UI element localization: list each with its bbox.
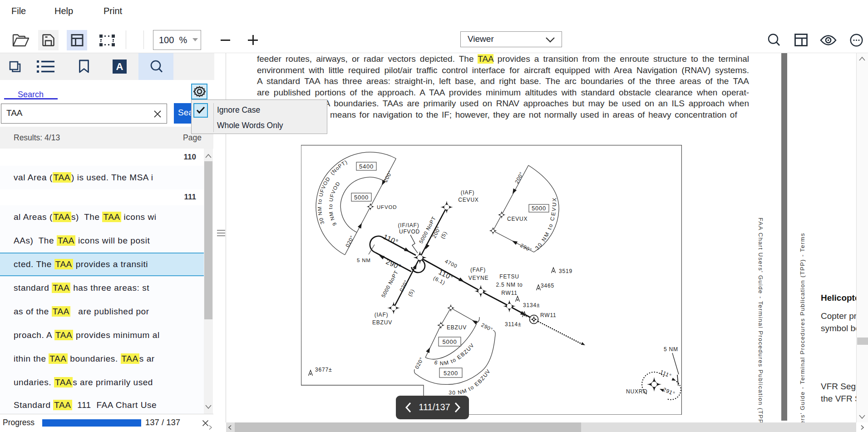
svg-text:(IAF): (IAF) (375, 312, 389, 318)
svg-text:FETSU: FETSU (499, 273, 519, 280)
svg-text:3114±: 3114± (505, 321, 521, 328)
svg-text:200°: 200° (514, 171, 524, 184)
svg-text:EBZUV: EBZUV (372, 319, 392, 326)
svg-text:CEVUX: CEVUX (458, 197, 478, 203)
svg-text:5000: 5000 (532, 205, 546, 212)
svg-text:5200: 5200 (444, 370, 458, 377)
svg-text:3134±: 3134± (523, 302, 540, 308)
svg-text:291°: 291° (662, 386, 676, 397)
svg-text:5 NM: 5 NM (664, 346, 678, 353)
svg-text:(FAF): (FAF) (470, 267, 486, 273)
svg-text:290°: 290° (480, 322, 494, 333)
svg-text:020°: 020° (345, 234, 355, 248)
svg-text:EBZUV: EBZUV (447, 324, 467, 331)
svg-text:VEYNE: VEYNE (469, 275, 489, 281)
svg-text:5000 NoPT: 5000 NoPT (380, 269, 399, 298)
svg-text:RW11: RW11 (501, 290, 517, 296)
svg-text:UFVOD: UFVOD (377, 204, 397, 210)
svg-text:(5): (5) (407, 288, 415, 297)
svg-text:3519: 3519 (559, 268, 572, 274)
svg-text:9 NM to UFVOD: 9 NM to UFVOD (328, 180, 341, 226)
svg-text:5000: 5000 (442, 338, 457, 345)
svg-text:3465: 3465 (541, 283, 554, 289)
svg-text:4700: 4700 (444, 258, 458, 269)
svg-text:020°: 020° (414, 356, 424, 369)
svg-text:200°: 200° (383, 169, 393, 183)
svg-text:5 NM: 5 NM (357, 258, 371, 263)
svg-text:RW11: RW11 (540, 312, 556, 318)
svg-text:111°: 111° (659, 369, 673, 379)
svg-text:(IAF): (IAF) (461, 189, 475, 196)
svg-text:5000: 5000 (354, 194, 369, 201)
svg-text:020°: 020° (399, 279, 409, 292)
svg-text:(IF/IAF): (IF/IAF) (398, 222, 419, 228)
svg-text:NUXRO: NUXRO (626, 388, 647, 395)
svg-text:290°: 290° (385, 258, 403, 271)
svg-text:(5): (5) (439, 230, 448, 239)
svg-text:2.5 NM to: 2.5 NM to (496, 282, 523, 288)
svg-text:CEVUX: CEVUX (507, 216, 528, 222)
svg-text:290°: 290° (519, 243, 533, 253)
svg-text:3677±: 3677± (315, 367, 332, 373)
svg-text:UFVOD: UFVOD (399, 228, 420, 235)
svg-text:110°: 110° (382, 233, 399, 246)
svg-text:5400: 5400 (359, 163, 374, 170)
